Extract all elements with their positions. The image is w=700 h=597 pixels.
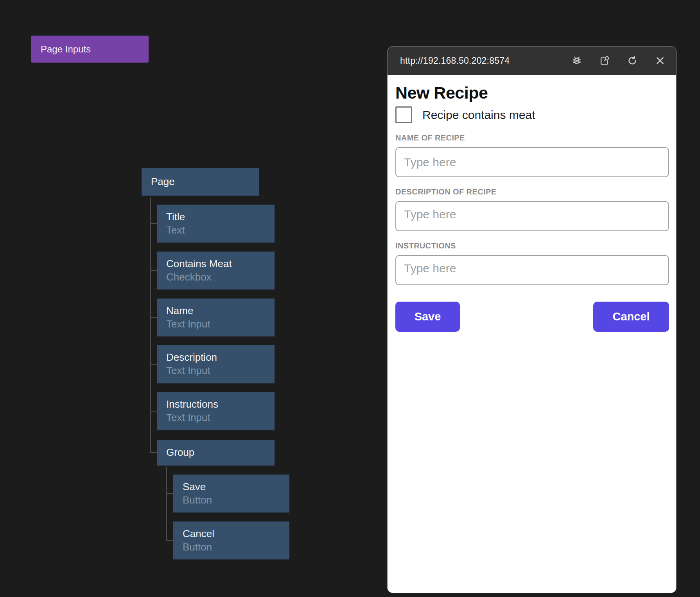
tree-connector-line bbox=[166, 467, 167, 541]
name-field-label: NAME OF RECIPE bbox=[395, 133, 669, 142]
instructions-input[interactable] bbox=[395, 255, 669, 285]
tree-node-instructions[interactable]: Instructions Text Input bbox=[157, 392, 275, 430]
tree-node-cancel[interactable]: Cancel Button bbox=[173, 521, 289, 559]
tree-connector-line bbox=[150, 198, 151, 453]
meat-checkbox-label: Recipe contains meat bbox=[422, 108, 535, 122]
node-type-label: Text Input bbox=[166, 365, 275, 377]
refresh-icon[interactable] bbox=[626, 54, 639, 67]
node-label: Save bbox=[183, 481, 289, 493]
tree-connector-tick bbox=[150, 364, 157, 365]
tree-node-description[interactable]: Description Text Input bbox=[157, 345, 275, 383]
node-label: Group bbox=[166, 447, 275, 459]
tree-connector-tick bbox=[150, 452, 157, 453]
node-type-label: Button bbox=[183, 541, 289, 553]
window-toolbar bbox=[570, 54, 667, 67]
node-type-label: Text bbox=[166, 225, 275, 236]
description-field-label: DESCRIPTION OF RECIPE bbox=[395, 187, 669, 196]
node-label: Description bbox=[166, 352, 275, 363]
node-type-label: Button bbox=[183, 495, 289, 506]
tree-node-title[interactable]: Title Text bbox=[157, 205, 275, 243]
node-label: Cancel bbox=[183, 528, 289, 540]
page-title: New Recipe bbox=[395, 84, 669, 102]
preview-window-titlebar: http://192.168.50.202:8574 bbox=[388, 47, 676, 75]
tree-connector-tick bbox=[166, 540, 173, 541]
page-inputs-label: Page Inputs bbox=[41, 44, 91, 55]
tree-connector-tick bbox=[150, 223, 157, 224]
meat-checkbox[interactable] bbox=[395, 106, 412, 123]
node-label: Instructions bbox=[166, 399, 275, 410]
preview-window: http://192.168.50.202:8574 bbox=[387, 46, 677, 593]
preview-page: New Recipe Recipe contains meat NAME OF … bbox=[388, 75, 676, 593]
node-type-label: Text Input bbox=[166, 412, 275, 424]
url-bar[interactable]: http://192.168.50.202:8574 bbox=[400, 56, 570, 66]
tree-node-name[interactable]: Name Text Input bbox=[157, 298, 275, 336]
tree-node-save[interactable]: Save Button bbox=[173, 475, 289, 512]
description-input[interactable] bbox=[395, 201, 669, 231]
instructions-field-label: INSTRUCTIONS bbox=[395, 241, 669, 250]
tree-connector-tick bbox=[150, 411, 157, 412]
node-label: Name bbox=[166, 305, 275, 317]
node-label: Page bbox=[151, 176, 259, 188]
tree-node-group[interactable]: Group bbox=[157, 440, 275, 466]
tree-node-page[interactable]: Page bbox=[142, 168, 259, 196]
form-actions: Save Cancel bbox=[395, 302, 669, 332]
close-icon[interactable] bbox=[653, 54, 667, 67]
page-inspect-icon[interactable] bbox=[598, 54, 611, 67]
node-type-label: Text Input bbox=[166, 318, 275, 330]
name-input[interactable] bbox=[395, 147, 669, 177]
meat-checkbox-row: Recipe contains meat bbox=[395, 106, 669, 123]
tree-connector-tick bbox=[150, 317, 157, 318]
node-type-label: Checkbox bbox=[166, 272, 275, 283]
bug-icon[interactable] bbox=[570, 54, 583, 67]
cancel-button[interactable]: Cancel bbox=[593, 302, 669, 332]
tree-node-contains-meat[interactable]: Contains Meat Checkbox bbox=[157, 252, 275, 290]
node-label: Title bbox=[166, 211, 275, 223]
page-inputs-button[interactable]: Page Inputs bbox=[31, 36, 149, 63]
tree-connector-tick bbox=[166, 493, 173, 494]
save-button[interactable]: Save bbox=[395, 302, 460, 332]
tree-connector-tick bbox=[150, 270, 157, 271]
node-label: Contains Meat bbox=[166, 258, 275, 270]
